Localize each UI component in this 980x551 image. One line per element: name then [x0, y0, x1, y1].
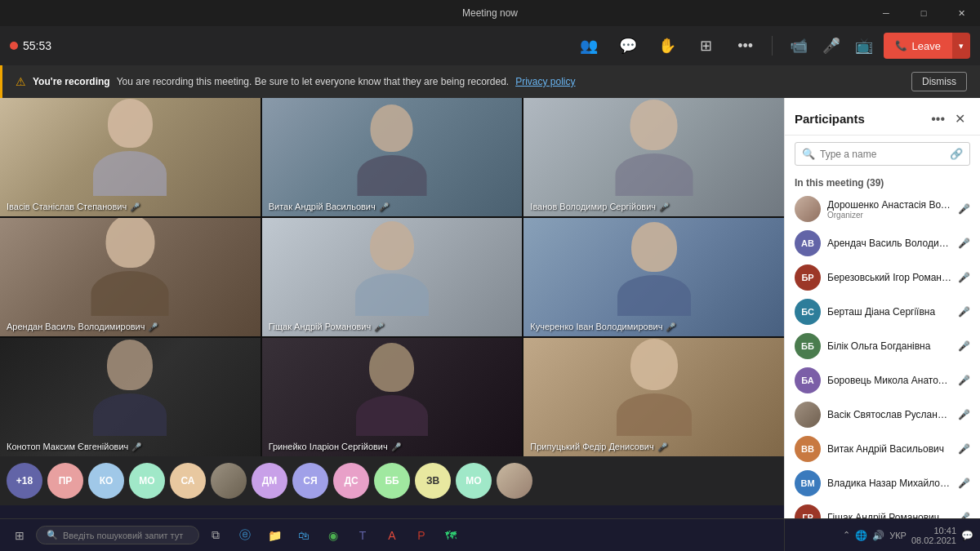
privacy-policy-link[interactable]: Privacy policy	[515, 76, 575, 87]
person-silhouette-1	[93, 99, 167, 196]
participant-label-9: Припуцький Федір Денисович 🎤	[530, 442, 666, 451]
person-silhouette-8	[356, 343, 428, 436]
avatar-sa[interactable]: СА	[170, 463, 206, 499]
participant-mic-7: 🎤	[958, 443, 970, 455]
panel-close-button[interactable]: ✕	[950, 109, 970, 128]
participant-item-3[interactable]: БС Берташ Діана Сергіївна 🎤	[785, 295, 980, 329]
date-display: 08.02.2021	[911, 535, 956, 545]
explorer-icon[interactable]: 📁	[261, 522, 287, 549]
avatar-photo-1[interactable]	[211, 463, 247, 499]
video-cell-7[interactable]: Конотоп Максим Євгенійович 🎤	[0, 338, 261, 456]
video-cell-4[interactable]: Арендан Василь Володимирович 🎤	[0, 218, 261, 336]
search-box[interactable]: 🔍 🔗	[795, 142, 970, 166]
toolbar-icons: 👥 💬 ✋ ⊞ •••	[576, 33, 759, 59]
dismiss-button[interactable]: Dismiss	[911, 72, 967, 91]
avatar-mo-1[interactable]: МО	[129, 463, 165, 499]
avatar-zv[interactable]: ЗВ	[415, 463, 451, 499]
start-button[interactable]: ⊞	[7, 522, 33, 549]
person-silhouette-7	[93, 340, 167, 436]
acrobat-icon[interactable]: A	[379, 522, 405, 549]
video-cell-3[interactable]: Іванов Володимир Сергійович 🎤	[523, 98, 784, 216]
participant-name-5: Гіщак Андрій Романович	[269, 322, 372, 331]
participant-avatar-0	[795, 196, 821, 222]
participant-item-2[interactable]: БР Березовський Ігор Романов… 🎤	[785, 260, 980, 295]
chat-icon[interactable]: 💬	[615, 33, 641, 59]
avatar-strip: +18 ПР КО МО СА ДМ СЯ ДС ББ ЗВ МО	[0, 456, 784, 505]
person-silhouette-2	[357, 104, 426, 196]
share-screen-icon[interactable]: 📺	[851, 33, 877, 59]
task-view-button[interactable]: ⧉	[203, 522, 229, 549]
participant-item-6[interactable]: Васік Святослав Русланович 🎤	[785, 398, 980, 432]
participant-name-1: Івасів Станіслав Степанович	[7, 202, 127, 211]
leave-dropdown-button[interactable]: ▾	[952, 33, 970, 59]
video-cell-1[interactable]: Івасів Станіслав Степанович 🎤	[0, 98, 261, 216]
camera-icon[interactable]: 📹	[786, 33, 812, 59]
notification-icon: 💬	[961, 530, 973, 541]
participant-name-3: Берташ Діана Сергіївна	[827, 306, 951, 318]
window-title: Meeting now	[462, 7, 518, 19]
teams-icon[interactable]: T	[350, 522, 376, 549]
participant-name-8: Гринейко Іларіон Сергійович	[269, 442, 388, 451]
recording-timer: 55:53	[10, 39, 51, 52]
section-label: In this meeting (39)	[785, 172, 980, 192]
participant-label-6: Кучеренко Іван Володимирович 🎤	[530, 322, 675, 331]
participant-name-2: Витак Андрій Васильович	[269, 202, 376, 211]
system-tray: ⌃ 🌐 🔊 УКР 10:41 08.02.2021 💬	[784, 518, 980, 551]
maximize-button[interactable]: □	[905, 0, 942, 26]
avatar-photo-2[interactable]	[497, 463, 532, 499]
avatar-sya[interactable]: СЯ	[292, 463, 328, 499]
maps-icon[interactable]: 🗺	[438, 522, 464, 549]
avatar-bb[interactable]: ББ	[374, 463, 410, 499]
powerpoint-icon[interactable]: P	[408, 522, 434, 549]
participant-name-7: Конотоп Максим Євгенійович	[7, 442, 128, 451]
toolbar: 55:53 👥 💬 ✋ ⊞ ••• 📹 🎤 📺 📞 Leave ▾	[0, 26, 980, 65]
microphone-icon[interactable]: 🎤	[818, 33, 844, 59]
participant-avatar-2: БР	[795, 264, 821, 291]
chrome-icon[interactable]: ◉	[320, 522, 346, 549]
warning-icon: ⚠	[16, 75, 26, 88]
participant-label-4: Арендан Василь Володимирович 🎤	[7, 322, 158, 331]
close-button[interactable]: ✕	[942, 0, 980, 26]
overflow-count-bubble[interactable]: +18	[7, 463, 42, 499]
participant-label-5: Гіщак Андрій Романович 🎤	[269, 322, 385, 331]
participant-label-2: Витак Андрій Васильович 🎤	[269, 202, 389, 211]
mic-icon-3: 🎤	[659, 202, 669, 211]
video-cell-6[interactable]: Кучеренко Іван Володимирович 🎤	[523, 218, 784, 336]
leave-button[interactable]: 📞 Leave	[884, 33, 952, 59]
person-silhouette-4	[91, 218, 169, 316]
participant-mic-6: 🎤	[958, 409, 970, 420]
more-icon[interactable]: •••	[733, 33, 759, 59]
participant-mic-5: 🎤	[958, 375, 970, 386]
taskbar-search[interactable]: 🔍 Введіть пошуковий запит тут	[36, 526, 199, 544]
video-cell-9[interactable]: Припуцький Федір Денисович 🎤	[523, 338, 784, 456]
participant-item-8[interactable]: ВМ Владика Назар Михайлович 🎤	[785, 466, 980, 500]
layout-icon[interactable]: ⊞	[693, 33, 719, 59]
video-cell-2[interactable]: Витак Андрій Васильович 🎤	[262, 98, 523, 216]
participant-item-7[interactable]: ВВ Витак Андрій Васильович 🎤	[785, 432, 980, 466]
leave-label: Leave	[912, 40, 941, 52]
participant-item-4[interactable]: ББ Білік Ольга Богданівна 🎤	[785, 329, 980, 363]
window-controls: ─ □ ✕	[867, 0, 980, 26]
avatar-mo-2[interactable]: МО	[456, 463, 492, 499]
store-icon[interactable]: 🛍	[291, 522, 317, 549]
taskbar: ⊞ 🔍 Введіть пошуковий запит тут ⧉ ⓔ 📁 🛍 …	[0, 518, 784, 551]
panel-more-button[interactable]: •••	[926, 110, 950, 128]
avatar-ds[interactable]: ДС	[333, 463, 369, 499]
participant-name-7: Витак Андрій Васильович	[827, 443, 951, 455]
participant-name-6: Кучеренко Іван Володимирович	[530, 322, 662, 331]
avatar-ko[interactable]: КО	[88, 463, 124, 499]
video-cell-8[interactable]: Гринейко Іларіон Сергійович 🎤	[262, 338, 523, 456]
raise-hand-icon[interactable]: ✋	[654, 33, 680, 59]
participants-icon[interactable]: 👥	[576, 33, 602, 59]
participant-item-1[interactable]: АВ Арендач Василь Володимир… 🎤	[785, 226, 980, 260]
avatar-pr[interactable]: ПР	[47, 463, 83, 499]
edge-icon[interactable]: ⓔ	[232, 522, 258, 549]
search-input[interactable]	[820, 149, 945, 160]
video-cell-5[interactable]: Гіщак Андрій Романович 🎤	[262, 218, 523, 336]
avatar-dm[interactable]: ДМ	[252, 463, 287, 499]
participant-label-7: Конотоп Максим Євгенійович 🎤	[7, 442, 141, 451]
participant-item-5[interactable]: БА Боровець Микола Анатолій… 🎤	[785, 363, 980, 398]
minimize-button[interactable]: ─	[867, 0, 905, 26]
participant-item-0[interactable]: Дорошенко Анастасія Волод… Organizer 🎤	[785, 192, 980, 226]
participant-name-0: Дорошенко Анастасія Волод…	[827, 199, 951, 211]
